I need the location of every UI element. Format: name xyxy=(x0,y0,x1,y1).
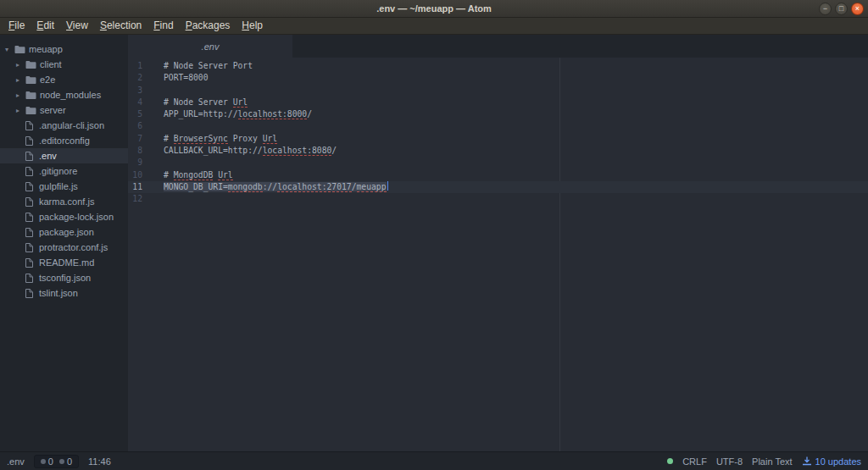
tree-item-label: tslint.json xyxy=(39,288,78,298)
tree-item-meuapp[interactable]: ▾meuapp xyxy=(0,41,128,57)
misspelled-word: meuapp xyxy=(357,182,387,192)
tree-view: ▾meuapp▸client▸e2e▸node_modules▸server.a… xyxy=(0,35,128,451)
warning-icon xyxy=(59,459,64,464)
tree-item-label: package-lock.json xyxy=(39,212,114,222)
tree-item-package-lock-json[interactable]: package-lock.json xyxy=(0,209,128,224)
updates-tile[interactable]: 10 updates xyxy=(802,456,861,467)
file-icon xyxy=(25,196,38,207)
editor-pane: .env 123456789101112 # Node Server PortP… xyxy=(128,35,868,451)
tree-item-e2e[interactable]: ▸e2e xyxy=(0,72,128,87)
chevron-down-icon[interactable]: ▾ xyxy=(5,46,14,53)
line-number-2: 2 xyxy=(128,72,152,84)
code-line-9 xyxy=(152,157,868,169)
tab-env[interactable]: .env xyxy=(128,35,292,58)
menu-file[interactable]: File xyxy=(3,19,31,33)
chevron-right-icon[interactable]: ▸ xyxy=(16,91,25,99)
status-filename: .env xyxy=(7,456,25,467)
chevron-right-icon[interactable]: ▸ xyxy=(16,76,25,84)
maximize-icon: □ xyxy=(839,4,843,13)
encoding-selector[interactable]: UTF-8 xyxy=(716,456,743,467)
minimize-button[interactable]: − xyxy=(819,3,832,15)
code-line-2: PORT=8000 xyxy=(152,72,868,84)
folder-icon xyxy=(25,106,39,115)
diagnostics-counts[interactable]: 0 0 xyxy=(34,455,79,468)
code-line-8: CALLBACK_URL=http://localhost:8080/ xyxy=(152,145,868,157)
line-number-7: 7 xyxy=(128,133,152,145)
file-icon xyxy=(25,120,38,131)
error-count: 0 xyxy=(48,456,53,467)
file-icon xyxy=(25,151,38,162)
tree-item-readme-md[interactable]: README.md xyxy=(0,255,128,270)
misspelled-word: localhost:8080 xyxy=(263,146,332,156)
tree-item-label: protractor.conf.js xyxy=(39,242,108,252)
folder-icon xyxy=(25,75,39,85)
tree-item-protractor-conf-js[interactable]: protractor.conf.js xyxy=(0,240,128,255)
line-ending-selector[interactable]: CRLF xyxy=(682,456,707,467)
close-button[interactable]: × xyxy=(851,3,864,15)
atom-window: .env — ~/meuapp — Atom − □ × FileEditVie… xyxy=(0,0,868,470)
line-number-3: 3 xyxy=(128,85,152,97)
tree-item-client[interactable]: ▸client xyxy=(0,57,128,72)
tree-item-label: .env xyxy=(39,151,57,161)
file-icon xyxy=(25,135,38,147)
tree-item-tslint-json[interactable]: tslint.json xyxy=(0,285,128,301)
line-number-8: 8 xyxy=(128,145,152,157)
title-bar: .env — ~/meuapp — Atom − □ × xyxy=(0,0,868,18)
line-text: # BrowserSync Proxy Url xyxy=(164,134,277,144)
grammar-selector[interactable]: Plain Text xyxy=(752,456,793,467)
tree-item-label: tsconfig.json xyxy=(39,273,91,283)
line-text: MONGO_DB_URI=mongodb://localhost:27017/m… xyxy=(164,182,387,191)
error-count-segment: 0 xyxy=(41,456,53,467)
line-number-1: 1 xyxy=(128,60,152,72)
tree-item-package-json[interactable]: package.json xyxy=(0,224,128,240)
line-number-12: 12 xyxy=(128,193,152,205)
menu-view[interactable]: View xyxy=(60,19,94,33)
menu-packages[interactable]: Packages xyxy=(180,19,236,33)
tree-item-label: node_modules xyxy=(40,90,101,100)
tree-item-label: gulpfile.js xyxy=(39,181,78,191)
code-line-1: # Node Server Port xyxy=(152,60,868,72)
code-line-7: # BrowserSync Proxy Url xyxy=(152,133,868,145)
menu-edit[interactable]: Edit xyxy=(31,19,60,33)
status-bar-right: CRLF UTF-8 Plain Text 10 updates xyxy=(667,456,861,467)
gutter: 123456789101112 xyxy=(128,58,152,451)
status-bar-left: .env 0 0 11:46 xyxy=(7,455,111,468)
tree-item-env[interactable]: .env xyxy=(0,148,128,163)
tree-item-gulpfile-js[interactable]: gulpfile.js xyxy=(0,179,128,194)
folder-icon xyxy=(25,60,39,69)
window-controls: − □ × xyxy=(819,3,864,15)
maximize-button[interactable]: □ xyxy=(835,3,848,15)
line-number-11: 11 xyxy=(128,181,152,193)
tree-item-label: .editorconfig xyxy=(39,135,90,146)
line-text: APP_URL=http://localhost:8000/ xyxy=(164,109,312,119)
tree-item-angular-cli-json[interactable]: .angular-cli.json xyxy=(0,118,128,133)
text-editor[interactable]: 123456789101112 # Node Server PortPORT=8… xyxy=(128,58,868,451)
file-icon xyxy=(25,257,38,268)
tree-item-tsconfig-json[interactable]: tsconfig.json xyxy=(0,270,128,285)
folder-icon xyxy=(25,91,39,100)
tree-item-label: .angular-cli.json xyxy=(39,120,104,130)
chevron-right-icon[interactable]: ▸ xyxy=(16,107,25,114)
misspelled-word: BrowserSync xyxy=(174,134,228,144)
tree-item-editorconfig[interactable]: .editorconfig xyxy=(0,133,128,148)
code-line-5: APP_URL=http://localhost:8000/ xyxy=(152,108,868,120)
line-number-4: 4 xyxy=(128,97,152,108)
code-line-11: MONGO_DB_URI=mongodb://localhost:27017/m… xyxy=(152,181,868,193)
tree-item-node-modules[interactable]: ▸node_modules xyxy=(0,87,128,102)
cursor-position[interactable]: 11:46 xyxy=(88,456,111,467)
window-title: .env — ~/meuapp — Atom xyxy=(0,0,868,17)
line-text: # Node Server Url xyxy=(164,97,248,108)
menu-help[interactable]: Help xyxy=(236,19,269,33)
tree-item-karma-conf-js[interactable]: karma.conf.js xyxy=(0,194,128,209)
menu-selection[interactable]: Selection xyxy=(94,19,147,33)
tree-item-server[interactable]: ▸server xyxy=(0,102,128,118)
menu-find[interactable]: Find xyxy=(147,19,179,33)
file-icon xyxy=(25,288,38,299)
chevron-right-icon[interactable]: ▸ xyxy=(16,61,25,69)
tree-item-label: karma.conf.js xyxy=(39,196,94,207)
misspelled-word: MongodDB xyxy=(174,170,214,180)
tree-item-label: meuapp xyxy=(29,44,63,54)
file-icon xyxy=(25,181,38,192)
tree-item-gitignore[interactable]: .gitignore xyxy=(0,163,128,179)
close-icon: × xyxy=(855,4,860,13)
